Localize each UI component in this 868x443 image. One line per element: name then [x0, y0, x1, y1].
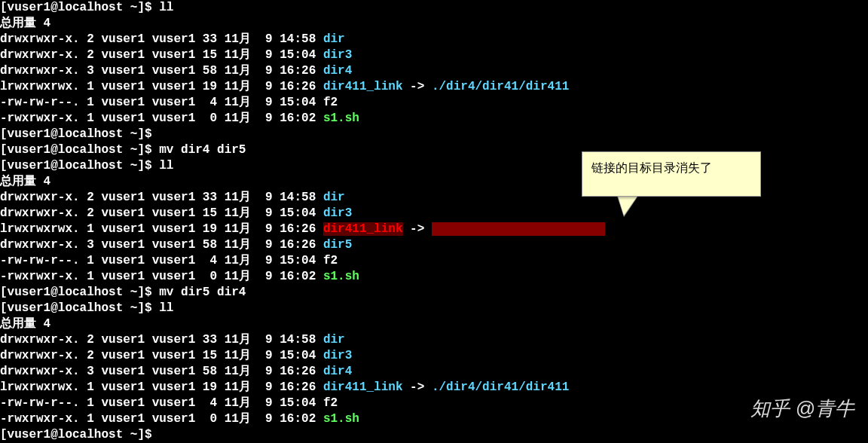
file-name: s1.sh	[323, 412, 359, 426]
broken-link-target	[432, 222, 605, 236]
prompt-line[interactable]: [vuser1@localhost ~]$ ll	[0, 0, 868, 16]
file-meta: drwxrwxr-x. 3 vuser1 vuser1 58 11月 9 16:…	[0, 238, 323, 252]
prompt-line[interactable]: [vuser1@localhost ~]$	[0, 427, 868, 443]
listing-row: lrwxrwxrwx. 1 vuser1 vuser1 19 11月 9 16:…	[0, 222, 868, 237]
file-name: dir	[323, 191, 345, 204]
file-name: dir	[323, 32, 345, 46]
file-meta: lrwxrwxrwx. 1 vuser1 vuser1 19 11月 9 16:…	[0, 222, 323, 236]
file-meta: -rw-rw-r--. 1 vuser1 vuser1 4 11月 9 15:0…	[0, 96, 323, 109]
file-name: f2	[323, 254, 338, 267]
callout-text: 链接的目标目录消失了	[591, 161, 712, 174]
listing-row: drwxrwxr-x. 3 vuser1 vuser1 58 11月 9 16:…	[0, 237, 868, 253]
total-line: 总用量 4	[0, 16, 868, 32]
listing-row: drwxrwxr-x. 2 vuser1 vuser1 15 11月 9 15:…	[0, 348, 868, 364]
prompt-line[interactable]: [vuser1@localhost ~]$ ll	[0, 301, 868, 316]
file-name: dir4	[323, 64, 352, 78]
watermark: 知乎 @青牛	[750, 401, 854, 417]
listing-row: drwxrwxr-x. 2 vuser1 vuser1 33 11月 9 14:…	[0, 32, 868, 47]
prompt-line[interactable]: [vuser1@localhost ~]$ mv dir5 dir4	[0, 285, 868, 301]
file-name: f2	[323, 96, 338, 109]
link-target: ./dir4/dir41/dir411	[432, 380, 569, 394]
listing-row: -rwxrwxr-x. 1 vuser1 vuser1 0 11月 9 16:0…	[0, 269, 868, 285]
listing-row: -rw-rw-r--. 1 vuser1 vuser1 4 11月 9 15:0…	[0, 253, 868, 269]
symlink-name: dir411_link	[323, 80, 403, 93]
file-name: f2	[323, 396, 338, 410]
file-meta: drwxrwxr-x. 2 vuser1 vuser1 15 11月 9 15:…	[0, 349, 323, 362]
file-name: dir3	[323, 349, 352, 362]
file-meta: drwxrwxr-x. 2 vuser1 vuser1 15 11月 9 15:…	[0, 206, 323, 220]
prompt-line[interactable]: [vuser1@localhost ~]$	[0, 127, 868, 142]
link-arrow: ->	[403, 80, 432, 93]
listing-row: drwxrwxr-x. 3 vuser1 vuser1 58 11月 9 16:…	[0, 364, 868, 380]
listing-row: -rwxrwxr-x. 1 vuser1 vuser1 0 11月 9 16:0…	[0, 411, 868, 427]
file-name: dir3	[323, 206, 352, 220]
listing-row: drwxrwxr-x. 2 vuser1 vuser1 33 11月 9 14:…	[0, 332, 868, 348]
listing-row: -rw-rw-r--. 1 vuser1 vuser1 4 11月 9 15:0…	[0, 95, 868, 111]
file-meta: drwxrwxr-x. 3 vuser1 vuser1 58 11月 9 16:…	[0, 365, 323, 378]
annotation-callout: 链接的目标目录消失了	[582, 151, 761, 197]
symlink-name: dir411_link	[323, 380, 403, 394]
file-meta: -rwxrwxr-x. 1 vuser1 vuser1 0 11月 9 16:0…	[0, 412, 323, 426]
callout-tail	[618, 196, 637, 215]
listing-row: lrwxrwxrwx. 1 vuser1 vuser1 19 11月 9 16:…	[0, 79, 868, 95]
file-meta: lrwxrwxrwx. 1 vuser1 vuser1 19 11月 9 16:…	[0, 80, 323, 93]
file-name: dir4	[323, 365, 352, 378]
file-meta: -rw-rw-r--. 1 vuser1 vuser1 4 11月 9 15:0…	[0, 396, 323, 410]
link-arrow: ->	[403, 222, 432, 236]
file-meta: lrwxrwxrwx. 1 vuser1 vuser1 19 11月 9 16:…	[0, 380, 323, 394]
file-meta: drwxrwxr-x. 2 vuser1 vuser1 33 11月 9 14:…	[0, 191, 323, 204]
listing-row: -rwxrwxr-x. 1 vuser1 vuser1 0 11月 9 16:0…	[0, 111, 868, 127]
link-target: ./dir4/dir41/dir411	[432, 80, 569, 93]
listing-row: drwxrwxr-x. 3 vuser1 vuser1 58 11月 9 16:…	[0, 63, 868, 79]
file-name: dir5	[323, 238, 352, 252]
listing-row: drwxrwxr-x. 2 vuser1 vuser1 15 11月 9 15:…	[0, 206, 868, 222]
file-name: dir	[323, 333, 345, 347]
listing-row: lrwxrwxrwx. 1 vuser1 vuser1 19 11月 9 16:…	[0, 380, 868, 396]
file-meta: drwxrwxr-x. 2 vuser1 vuser1 33 11月 9 14:…	[0, 32, 323, 46]
file-meta: -rwxrwxr-x. 1 vuser1 vuser1 0 11月 9 16:0…	[0, 112, 323, 125]
file-name: s1.sh	[323, 270, 359, 283]
broken-symlink-name: dir411_link	[323, 222, 403, 236]
total-line: 总用量 4	[0, 316, 868, 332]
file-meta: drwxrwxr-x. 3 vuser1 vuser1 58 11月 9 16:…	[0, 64, 323, 78]
file-meta: drwxrwxr-x. 2 vuser1 vuser1 33 11月 9 14:…	[0, 333, 323, 347]
file-name: s1.sh	[323, 112, 359, 125]
link-arrow: ->	[403, 380, 432, 394]
file-name: dir3	[323, 48, 352, 62]
listing-row: -rw-rw-r--. 1 vuser1 vuser1 4 11月 9 15:0…	[0, 396, 868, 411]
file-meta: -rw-rw-r--. 1 vuser1 vuser1 4 11月 9 15:0…	[0, 254, 323, 267]
file-meta: -rwxrwxr-x. 1 vuser1 vuser1 0 11月 9 16:0…	[0, 270, 323, 283]
terminal-output: [vuser1@localhost ~]$ ll总用量 4drwxrwxr-x.…	[0, 0, 868, 443]
listing-row: drwxrwxr-x. 2 vuser1 vuser1 15 11月 9 15:…	[0, 47, 868, 63]
file-meta: drwxrwxr-x. 2 vuser1 vuser1 15 11月 9 15:…	[0, 48, 323, 62]
